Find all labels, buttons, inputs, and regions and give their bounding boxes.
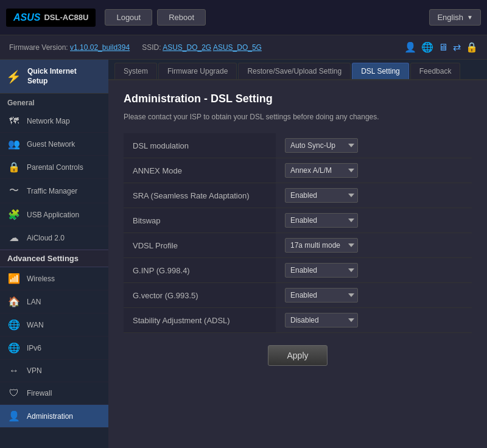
traffic-manager-icon: 〜 bbox=[7, 184, 21, 197]
sidebar-item-firewall[interactable]: 🛡 Firewall bbox=[0, 382, 108, 405]
setting-select-5[interactable]: EnabledDisabled bbox=[285, 263, 358, 278]
logo-asus: ASUS bbox=[13, 12, 40, 23]
setting-select-3[interactable]: EnabledDisabled bbox=[285, 213, 358, 228]
wan-icon: 🌐 bbox=[7, 319, 21, 331]
setting-select-7[interactable]: DisabledEnabled bbox=[285, 313, 358, 327]
tab-dsl-setting[interactable]: DSL Setting bbox=[352, 63, 409, 79]
page-content: Administration - DSL Setting Please cont… bbox=[108, 80, 487, 448]
header-buttons: Logout Reboot bbox=[105, 9, 429, 26]
setting-control-5: EnabledDisabled bbox=[276, 258, 472, 283]
sidebar-item-parental-controls[interactable]: 🔒 Parental Controls bbox=[0, 156, 108, 179]
setting-select-0[interactable]: Auto Sync-UpADSL OnlyVDSL Only bbox=[285, 138, 358, 153]
apply-row: Apply bbox=[124, 333, 472, 378]
setting-control-0: Auto Sync-UpADSL OnlyVDSL Only bbox=[276, 133, 472, 158]
main-layout: ⚡ Quick InternetSetup General 🗺 Network … bbox=[0, 60, 487, 448]
setting-row: VDSL Profile17a multi mode8a8b8c8d12a12b… bbox=[124, 233, 472, 258]
sidebar-item-lan[interactable]: 🏠 LAN bbox=[0, 290, 108, 313]
setting-select-4[interactable]: 17a multi mode8a8b8c8d12a12b17a30a bbox=[285, 238, 358, 253]
setting-label-5: G.INP (G.998.4) bbox=[124, 258, 276, 283]
sidebar-item-wireless[interactable]: 📶 Wireless bbox=[0, 267, 108, 290]
sidebar-item-label: WAN bbox=[27, 321, 44, 329]
setting-select-6[interactable]: EnabledDisabled bbox=[285, 288, 358, 303]
sidebar-item-ipv6[interactable]: 🌐 IPv6 bbox=[0, 337, 108, 360]
ipv6-icon: 🌐 bbox=[7, 342, 21, 354]
sidebar-item-label: USB Application bbox=[27, 211, 79, 219]
aicloud-icon: ☁ bbox=[7, 232, 21, 243]
sidebar-item-label: Traffic Manager bbox=[27, 187, 77, 195]
network-map-icon: 🗺 bbox=[7, 116, 21, 127]
user-icon[interactable]: 👤 bbox=[404, 41, 416, 53]
display-icon[interactable]: 🖥 bbox=[438, 42, 448, 53]
setting-row: BitswapEnabledDisabled bbox=[124, 208, 472, 233]
setting-label-2: SRA (Seamless Rate Adaptation) bbox=[124, 183, 276, 208]
setting-control-4: 17a multi mode8a8b8c8d12a12b17a30a bbox=[276, 233, 472, 258]
setting-label-4: VDSL Profile bbox=[124, 233, 276, 258]
setting-control-3: EnabledDisabled bbox=[276, 208, 472, 233]
sidebar-item-usb-application[interactable]: 🧩 USB Application bbox=[0, 203, 108, 226]
sidebar-item-label: AiCloud 2.0 bbox=[27, 234, 65, 242]
apply-button[interactable]: Apply bbox=[268, 345, 327, 366]
sidebar-item-traffic-manager[interactable]: 〜 Traffic Manager bbox=[0, 179, 108, 203]
firmware-version-link[interactable]: v1.10.02_build394 bbox=[70, 43, 130, 52]
usb-icon[interactable]: ⇄ bbox=[453, 41, 461, 53]
sidebar-item-wan[interactable]: 🌐 WAN bbox=[0, 313, 108, 337]
quick-setup-icon: ⚡ bbox=[6, 69, 21, 84]
setting-control-1: Annex A/L/MAnnex BAnnex J bbox=[276, 158, 472, 183]
language-label: English bbox=[437, 13, 463, 22]
tab-system[interactable]: System bbox=[114, 63, 157, 79]
setting-label-0: DSL modulation bbox=[124, 133, 276, 158]
header-icons: 👤 🌐 🖥 ⇄ 🔒 bbox=[404, 41, 478, 53]
settings-table: DSL modulationAuto Sync-UpADSL OnlyVDSL … bbox=[124, 133, 472, 333]
chevron-down-icon: ▼ bbox=[467, 14, 473, 21]
sidebar-item-label: Guest Network bbox=[27, 140, 75, 149]
sidebar-item-aicloud[interactable]: ☁ AiCloud 2.0 bbox=[0, 226, 108, 250]
sidebar-item-guest-network[interactable]: 👥 Guest Network bbox=[0, 133, 108, 156]
general-section-title: General bbox=[0, 94, 108, 110]
quick-setup-label: Quick InternetSetup bbox=[27, 67, 77, 86]
parental-controls-icon: 🔒 bbox=[7, 161, 21, 173]
ssid-2g-link[interactable]: ASUS_DO_2G bbox=[163, 43, 211, 52]
reboot-button[interactable]: Reboot bbox=[157, 9, 206, 26]
tab-firmware-upgrade[interactable]: Firmware Upgrade bbox=[158, 63, 237, 79]
logo-area: ASUS DSL-AC88U bbox=[6, 9, 96, 27]
sidebar-general-items: 🗺 Network Map 👥 Guest Network 🔒 Parental… bbox=[0, 110, 108, 250]
ssid-5g-link[interactable]: ASUS_DO_5G bbox=[213, 43, 262, 52]
subheader: Firmware Version: v1.10.02_build394 SSID… bbox=[0, 35, 487, 60]
lock-icon[interactable]: 🔒 bbox=[466, 41, 478, 53]
setting-label-1: ANNEX Mode bbox=[124, 158, 276, 183]
sidebar-item-label: Wireless bbox=[27, 275, 55, 283]
vpn-icon: ↔ bbox=[7, 365, 21, 376]
language-selector: English ▼ bbox=[429, 9, 481, 26]
administration-icon: 👤 bbox=[7, 410, 21, 422]
guest-network-icon: 👥 bbox=[7, 138, 21, 150]
setting-control-2: EnabledDisabled bbox=[276, 183, 472, 208]
sidebar-item-label: Administration bbox=[27, 412, 73, 421]
sidebar-item-vpn[interactable]: ↔ VPN bbox=[0, 360, 108, 382]
page-description: Please contact your ISP to obtain your D… bbox=[124, 113, 472, 121]
quick-internet-setup[interactable]: ⚡ Quick InternetSetup bbox=[0, 60, 108, 94]
lan-icon: 🏠 bbox=[7, 296, 21, 307]
header: ASUS DSL-AC88U Logout Reboot English ▼ bbox=[0, 0, 487, 35]
sidebar-item-label: VPN bbox=[27, 366, 42, 375]
sidebar-item-label: IPv6 bbox=[27, 344, 41, 352]
setting-row: DSL modulationAuto Sync-UpADSL OnlyVDSL … bbox=[124, 133, 472, 158]
sidebar-item-administration[interactable]: 👤 Administration bbox=[0, 405, 108, 428]
setting-select-1[interactable]: Annex A/L/MAnnex BAnnex J bbox=[285, 163, 358, 178]
sidebar-item-label: Parental Controls bbox=[27, 163, 83, 172]
logout-button[interactable]: Logout bbox=[105, 9, 152, 26]
globe-icon[interactable]: 🌐 bbox=[421, 41, 433, 53]
usb-application-icon: 🧩 bbox=[7, 209, 21, 220]
setting-select-2[interactable]: EnabledDisabled bbox=[285, 188, 358, 203]
setting-row: SRA (Seamless Rate Adaptation)EnabledDis… bbox=[124, 183, 472, 208]
advanced-settings-section-title: Advanced Settings bbox=[0, 250, 108, 267]
tab-feedback[interactable]: Feedback bbox=[410, 63, 461, 79]
setting-control-7: DisabledEnabled bbox=[276, 308, 472, 333]
firewall-icon: 🛡 bbox=[7, 388, 21, 399]
ssid-info: SSID: ASUS_DO_2G ASUS_DO_5G bbox=[142, 43, 262, 52]
setting-row: ANNEX ModeAnnex A/L/MAnnex BAnnex J bbox=[124, 158, 472, 183]
tab-restore-save[interactable]: Restore/Save/Upload Setting bbox=[238, 63, 351, 79]
firmware-info: Firmware Version: v1.10.02_build394 bbox=[9, 43, 130, 52]
setting-row: Stability Adjustment (ADSL)DisabledEnabl… bbox=[124, 308, 472, 333]
language-button[interactable]: English ▼ bbox=[429, 9, 481, 26]
sidebar-item-network-map[interactable]: 🗺 Network Map bbox=[0, 110, 108, 133]
